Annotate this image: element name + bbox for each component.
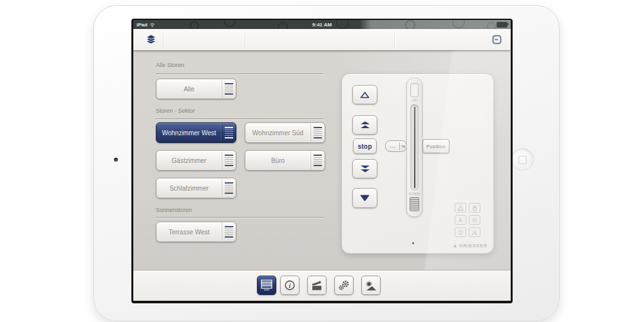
step-down-button[interactable] (352, 159, 377, 178)
status-icon-grid (455, 203, 480, 237)
page-indicator-dot (412, 242, 414, 244)
tab-bar: i (133, 270, 511, 301)
battery-icon (497, 22, 507, 28)
main-content: Alle Storen Alle Storen - Sektor Wohnzim… (133, 51, 511, 270)
up-triangle-icon (360, 91, 370, 99)
griesser-logo-text: GRIESSER (459, 243, 488, 248)
app: iPad 9:41 AM All (133, 20, 511, 301)
warning-icon (455, 203, 466, 213)
slider-up-label: UP (412, 99, 417, 102)
home-button-icon (518, 156, 527, 164)
blinds-icon (222, 223, 236, 241)
double-chevron-up-icon (360, 121, 370, 129)
header-divider (394, 31, 395, 48)
lock-icon (469, 203, 480, 213)
gears-icon (338, 279, 350, 291)
button-label: Terrasse West (156, 229, 222, 236)
app-logo-icon[interactable] (492, 35, 502, 44)
info-icon: i (284, 279, 296, 291)
button-buero[interactable]: Büro (245, 150, 325, 171)
button-label: Wohnzimmer West (156, 129, 222, 137)
sun-landscape-icon (365, 280, 377, 291)
carrier-label: iPad (137, 22, 147, 28)
section-rule (156, 217, 323, 218)
stop-label: stop (358, 143, 372, 150)
blinds-icon (310, 124, 325, 142)
percent-field: --- % (385, 140, 407, 152)
griesser-logo: GRIESSER (453, 243, 488, 248)
button-label: Büro (245, 157, 310, 164)
clapperboard-icon (311, 280, 323, 291)
percent-value: --- (386, 144, 399, 149)
header-divider (163, 31, 164, 48)
tab-weather[interactable] (361, 276, 381, 295)
button-terrasse-west[interactable]: Terrasse West (156, 222, 236, 242)
down-button[interactable] (352, 188, 377, 208)
section-label-storen-sektor: Storen - Sektor (156, 108, 195, 114)
button-label: Alle (156, 86, 222, 93)
blinds-icon (310, 151, 325, 169)
button-label: Schlafzimmer (156, 185, 222, 192)
status-time: 9:41 AM (133, 22, 511, 28)
sun-icon (469, 215, 480, 225)
tab-scenes[interactable] (307, 276, 327, 295)
tab-settings[interactable] (334, 276, 354, 295)
slider-track[interactable] (410, 104, 419, 191)
step-up-button[interactable] (352, 115, 377, 135)
blinds-icon (222, 179, 236, 197)
button-label: Gästzimmer (156, 157, 222, 164)
button-wohnzimmer-sued[interactable]: Wohnzimmer Süd (245, 122, 325, 143)
position-button[interactable]: Position (422, 139, 450, 153)
svg-text:i: i (289, 282, 291, 289)
section-rule (156, 73, 323, 74)
scissors-icon (469, 227, 480, 237)
button-wohnzimmer-west[interactable]: Wohnzimmer West (156, 122, 236, 143)
slider-down-label: DOWN (409, 192, 420, 196)
down-triangle-icon (360, 194, 370, 202)
stop-button[interactable]: stop (353, 138, 377, 154)
app-header (133, 29, 511, 51)
tab-blinds[interactable] (257, 276, 276, 295)
button-gaestzimmer[interactable]: Gästzimmer (156, 150, 236, 171)
button-label: Wohnzimmer Süd (245, 129, 310, 137)
griesser-logo-mark (453, 243, 457, 248)
blinds-icon (222, 151, 236, 169)
tab-info[interactable]: i (280, 276, 299, 295)
control-panel: stop --- % Position (341, 73, 494, 254)
section-rule (156, 118, 323, 119)
layers-icon[interactable] (146, 34, 156, 44)
position-slider[interactable]: UP DOWN (406, 78, 422, 217)
blinds-icon (222, 80, 236, 98)
slider-handle[interactable] (410, 197, 419, 211)
ipad-device: iPad 9:41 AM All (93, 5, 560, 321)
header-divider (245, 31, 245, 48)
slider-top-slot (410, 83, 419, 97)
percent-unit: % (400, 144, 406, 149)
section-label-sonnenstoren: Sonnenstoren (156, 207, 192, 213)
fan-icon (455, 215, 466, 225)
double-chevron-down-icon (360, 165, 370, 173)
position-label: Position (426, 144, 446, 149)
status-bar: iPad 9:41 AM (133, 20, 511, 29)
button-alle[interactable]: Alle (156, 79, 236, 99)
blinds-tab-icon (261, 279, 272, 291)
blinds-icon (222, 124, 236, 142)
home-button[interactable] (511, 148, 534, 171)
button-schlafzimmer[interactable]: Schlafzimmer (156, 178, 236, 198)
section-label-alle-storen: Alle Storen (156, 62, 184, 68)
wifi-icon (149, 23, 155, 27)
rain-icon (455, 227, 466, 237)
screen: iPad 9:41 AM All (131, 19, 513, 303)
carrier-area: iPad (137, 22, 155, 28)
camera-dot (114, 158, 118, 162)
up-button[interactable] (352, 85, 377, 104)
